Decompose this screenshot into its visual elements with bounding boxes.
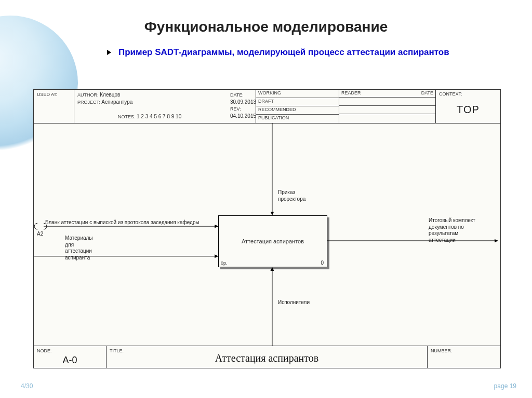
project-label: PROJECT:	[77, 100, 100, 105]
footer-title: TITLE: Аттестация аспирантов	[107, 346, 428, 368]
header-status-block: WORKING DRAFT RECOMMENDED PUBLICATION	[256, 90, 339, 123]
arrow-input2-l2: для	[65, 242, 93, 249]
footer-number: NUMBER:	[428, 346, 500, 368]
arrow-input2-l3: аттестации	[65, 248, 93, 255]
node-value: A-0	[34, 355, 106, 366]
rev-label: REV:	[230, 106, 241, 112]
process-id-right: 0	[321, 260, 324, 266]
status-publication: PUBLICATION	[256, 115, 339, 123]
page-title: Функциональное моделирование	[0, 19, 532, 35]
sadt-diagram-frame: USED AT: AUTHOR: Клевцов PROJECT: Аспира…	[33, 89, 501, 368]
arrow-input2-label: Материалы для аттестации аспиранта	[65, 235, 93, 261]
header-reader-block: READER DATE	[339, 90, 436, 123]
subtitle-text: Пример SADT-диаграммы, моделирующей проц…	[118, 47, 449, 59]
diagram-footer: NODE: A-0 TITLE: Аттестация аспирантов N…	[34, 346, 500, 368]
arrow-output-l1: Итоговый комплект	[429, 217, 475, 224]
arrow-control-l1: Приказ	[278, 189, 305, 196]
author-value: Клевцов	[100, 92, 120, 98]
status-working: WORKING	[256, 90, 339, 98]
date-label: DATE:	[230, 92, 244, 98]
process-name: Аттестация аспирантов	[242, 238, 304, 244]
diagram-canvas: Приказ проректора Бланк аттестации с вып…	[34, 123, 500, 346]
date-value: 30.09.2013	[230, 99, 256, 105]
process-box: Аттестация аспирантов 0р. 0	[218, 215, 327, 267]
arrow-input2-l4: аспиранта	[65, 255, 93, 262]
author-label: AUTHOR:	[77, 92, 99, 98]
status-recommended: RECOMMENDED	[256, 106, 339, 115]
title-value: Аттестация аспирантов	[107, 352, 427, 364]
arrow-mechanism-label: Исполнители	[278, 299, 310, 306]
status-draft: DRAFT	[256, 98, 339, 106]
reader-row	[339, 106, 435, 114]
reader-row	[339, 114, 435, 122]
context-value: TOP	[439, 104, 497, 116]
arrow-output-l4: аттестации	[429, 237, 475, 244]
context-label: CONTEXT:	[439, 91, 497, 97]
page-number: page 19	[494, 382, 516, 390]
project-value: Аспирантура	[101, 99, 132, 105]
footer-node: NODE: A-0	[34, 346, 107, 368]
arrow-control-label: Приказ проректора	[278, 189, 305, 202]
arrow-output-l2: документов по	[429, 224, 475, 231]
subtitle-row: Пример SADT-диаграммы, моделирующей проц…	[107, 47, 485, 59]
reader-label: READER	[341, 90, 361, 95]
header-context-block: CONTEXT: TOP	[436, 90, 500, 123]
header-author-block: AUTHOR: Клевцов PROJECT: Аспирантура DAT…	[74, 90, 256, 123]
arrow-input1-call: A2	[37, 231, 43, 238]
process-id-left: 0р.	[221, 260, 228, 266]
arrow-output-l3: результатам	[429, 230, 475, 237]
arrow-output-label: Итоговый комплект документов по результа…	[429, 217, 475, 243]
arrow-input2-l1: Материалы	[65, 235, 93, 242]
page-counter: 4/30	[21, 382, 33, 390]
reader-date-label: DATE	[421, 90, 433, 95]
notes-label: NOTES:	[118, 114, 136, 119]
diagram-header: USED AT: AUTHOR: Клевцов PROJECT: Аспира…	[34, 90, 500, 123]
header-used-at: USED AT:	[34, 90, 74, 123]
arrow-input1-label: Бланк аттестации с выпиской из протокола…	[45, 219, 200, 226]
reader-row	[339, 98, 435, 106]
bullet-icon	[107, 50, 111, 55]
number-label: NUMBER:	[431, 348, 453, 353]
notes-value: 1 2 3 4 5 6 7 8 9 10	[137, 114, 181, 119]
node-label: NODE:	[37, 348, 52, 353]
rev-value: 04.10.2015	[230, 113, 256, 119]
arrow-control-l2: проректора	[278, 196, 305, 203]
used-at-label: USED AT:	[37, 92, 57, 97]
